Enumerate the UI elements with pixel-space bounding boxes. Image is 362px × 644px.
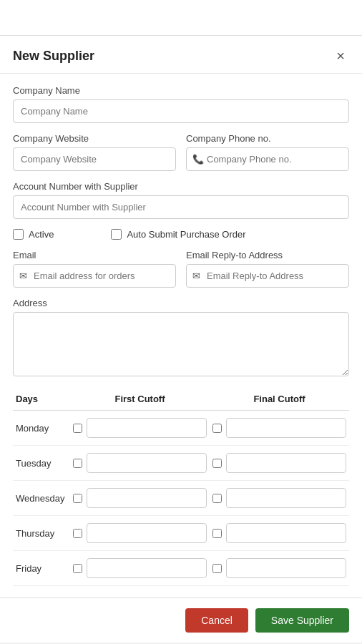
first-cutoff-cell-thursday	[70, 516, 210, 551]
email-label: Email	[13, 250, 176, 260]
modal-body: Company Name Company Website Company Pho…	[0, 74, 362, 597]
table-row: Monday	[13, 411, 349, 446]
day-cell-thursday: Thursday	[13, 516, 70, 551]
company-website-input[interactable]	[13, 147, 176, 171]
company-name-label: Company Name	[13, 85, 349, 96]
final-cutoff-cell-wednesday	[210, 481, 349, 516]
first-cutoff-checkbox-thursday[interactable]	[73, 529, 82, 538]
company-name-group: Company Name	[13, 85, 349, 123]
modal-top-bar	[0, 0, 362, 36]
modal-header: New Supplier ×	[0, 36, 362, 74]
final-cutoff-checkbox-tuesday[interactable]	[212, 459, 222, 468]
address-label: Address	[13, 298, 349, 308]
first-cutoff-cell-wednesday	[70, 481, 210, 516]
auto-submit-label: Auto Submit Purchase Order	[127, 229, 245, 240]
first-cutoff-cell-monday	[70, 411, 210, 446]
final-cutoff-input-monday[interactable]	[226, 418, 346, 438]
first-cutoff-cell-tuesday	[70, 446, 210, 481]
company-phone-col: Company Phone no. 📞	[186, 133, 349, 171]
day-cell-monday: Monday	[13, 411, 70, 446]
active-label: Active	[29, 229, 54, 240]
final-cutoff-cell-friday	[210, 551, 349, 586]
table-row: Thursday	[13, 516, 349, 551]
email-col: Email ✉	[13, 250, 176, 288]
first-cutoff-input-wednesday[interactable]	[87, 488, 207, 508]
final-cutoff-input-thursday[interactable]	[226, 523, 346, 543]
cancel-button[interactable]: Cancel	[185, 608, 248, 633]
final-cutoff-cell-thursday	[210, 516, 349, 551]
address-group: Address	[13, 298, 349, 379]
cutoff-table-section: Days First Cutoff Final Cutoff MondayTue…	[13, 389, 349, 586]
final-cutoff-cell-monday	[210, 411, 349, 446]
final-cutoff-checkbox-monday[interactable]	[212, 424, 222, 433]
company-phone-label: Company Phone no.	[186, 133, 349, 144]
first-cutoff-input-monday[interactable]	[87, 418, 207, 438]
final-cutoff-input-tuesday[interactable]	[226, 453, 346, 473]
first-cutoff-input-friday[interactable]	[87, 558, 207, 578]
active-checkbox[interactable]	[13, 229, 24, 240]
final-cutoff-checkbox-wednesday[interactable]	[212, 494, 222, 503]
save-supplier-button[interactable]: Save Supplier	[255, 608, 349, 633]
first-cutoff-cell-friday	[70, 551, 210, 586]
table-row: Wednesday	[13, 481, 349, 516]
account-number-group: Account Number with Supplier	[13, 181, 349, 219]
company-phone-input-wrapper: 📞	[186, 147, 349, 171]
active-checkbox-item[interactable]: Active	[13, 229, 54, 240]
first-cutoff-checkbox-monday[interactable]	[73, 424, 82, 433]
address-input[interactable]	[13, 312, 349, 376]
email-reply-col: Email Reply-to Address ✉	[186, 250, 349, 288]
first-cutoff-checkbox-tuesday[interactable]	[73, 459, 82, 468]
company-website-label: Company Website	[13, 133, 176, 144]
company-name-input[interactable]	[13, 99, 349, 123]
modal-container: New Supplier × Company Name Company Webs…	[0, 36, 362, 643]
col-days: Days	[13, 389, 70, 411]
close-button[interactable]: ×	[332, 47, 349, 64]
email-reply-label: Email Reply-to Address	[186, 250, 349, 260]
website-phone-row: Company Website Company Phone no. 📞	[13, 133, 349, 171]
auto-submit-checkbox-item[interactable]: Auto Submit Purchase Order	[111, 229, 245, 240]
table-row: Tuesday	[13, 446, 349, 481]
final-cutoff-input-wednesday[interactable]	[226, 488, 346, 508]
email-input[interactable]	[13, 264, 176, 288]
final-cutoff-cell-tuesday	[210, 446, 349, 481]
col-final-cutoff: Final Cutoff	[210, 389, 349, 411]
final-cutoff-checkbox-thursday[interactable]	[212, 529, 222, 538]
company-phone-input[interactable]	[186, 147, 349, 171]
final-cutoff-input-friday[interactable]	[226, 558, 346, 578]
day-cell-friday: Friday	[13, 551, 70, 586]
first-cutoff-checkbox-wednesday[interactable]	[73, 494, 82, 503]
account-number-input[interactable]	[13, 195, 349, 219]
checkbox-row: Active Auto Submit Purchase Order	[13, 229, 349, 240]
email-reply-input[interactable]	[186, 264, 349, 288]
company-website-col: Company Website	[13, 133, 176, 171]
col-first-cutoff: First Cutoff	[70, 389, 210, 411]
day-cell-tuesday: Tuesday	[13, 446, 70, 481]
account-number-label: Account Number with Supplier	[13, 181, 349, 192]
email-row: Email ✉ Email Reply-to Address ✉	[13, 250, 349, 288]
first-cutoff-input-thursday[interactable]	[87, 523, 207, 543]
table-header-row: Days First Cutoff Final Cutoff	[13, 389, 349, 411]
first-cutoff-input-tuesday[interactable]	[87, 453, 207, 473]
table-row: Friday	[13, 551, 349, 586]
cutoff-table: Days First Cutoff Final Cutoff MondayTue…	[13, 389, 349, 586]
modal-title: New Supplier	[13, 49, 94, 64]
auto-submit-checkbox[interactable]	[111, 229, 122, 240]
first-cutoff-checkbox-friday[interactable]	[73, 564, 82, 573]
email-reply-input-wrapper: ✉	[186, 264, 349, 288]
modal-footer: Cancel Save Supplier	[0, 597, 362, 643]
final-cutoff-checkbox-friday[interactable]	[212, 564, 222, 573]
day-cell-wednesday: Wednesday	[13, 481, 70, 516]
email-input-wrapper: ✉	[13, 264, 176, 288]
